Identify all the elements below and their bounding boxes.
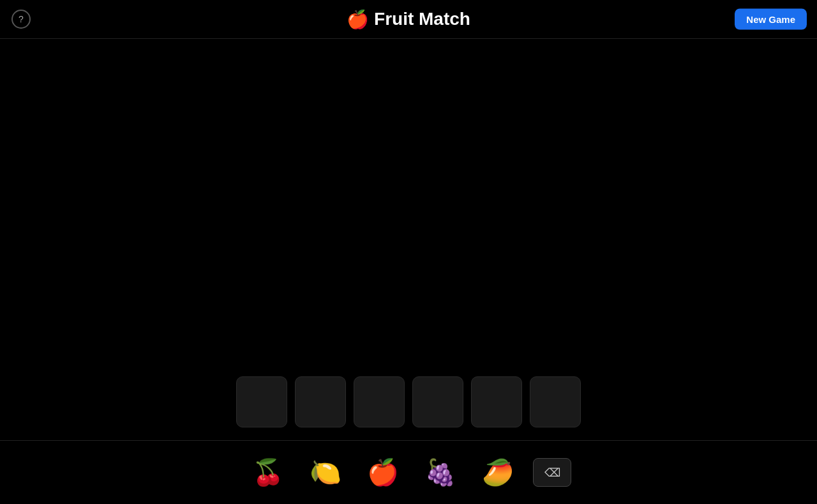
game-area	[0, 39, 817, 440]
fruit-option-apple[interactable]: 🍎	[361, 450, 405, 495]
fruit-option-lemon[interactable]: 🍋	[303, 450, 348, 495]
delete-button[interactable]: ⌫	[533, 458, 571, 487]
fruit-option-mango[interactable]: 🥭	[476, 450, 520, 495]
apple-icon: 🍎	[347, 9, 369, 30]
header: ? 🍎 Fruit Match New Game	[0, 0, 817, 39]
card-slot-5[interactable]	[471, 376, 522, 427]
title-text: Fruit Match	[374, 9, 470, 29]
fruit-option-grapes[interactable]: 🍇	[418, 450, 463, 495]
page-title: 🍎 Fruit Match	[347, 9, 470, 30]
card-slot-2[interactable]	[295, 376, 346, 427]
new-game-button[interactable]: New Game	[735, 9, 807, 30]
card-slot-6[interactable]	[530, 376, 581, 427]
fruit-bar: 🍒 🍋 🍎 🍇 🥭 ⌫	[0, 440, 817, 504]
card-slot-1[interactable]	[236, 376, 287, 427]
fruit-option-cherry[interactable]: 🍒	[246, 450, 290, 495]
card-slot-3[interactable]	[354, 376, 405, 427]
card-row	[236, 376, 581, 427]
card-slot-4[interactable]	[412, 376, 463, 427]
delete-icon: ⌫	[544, 466, 560, 480]
help-button[interactable]: ?	[11, 10, 31, 29]
